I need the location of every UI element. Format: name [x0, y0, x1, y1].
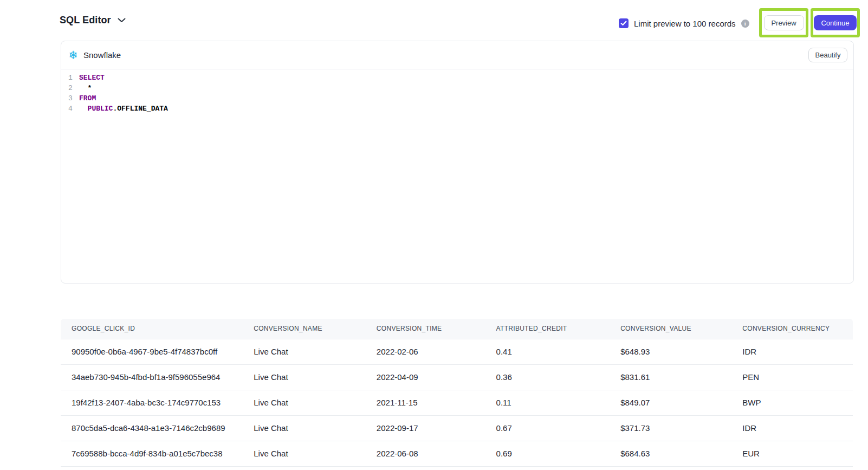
table-cell: 2022-04-09 — [366, 364, 485, 390]
code-text: PUBLIC.OFFLINE_DATA — [73, 104, 168, 114]
table-cell: 7c69588b-bcca-4d9f-834b-a01e5c7bec38 — [61, 441, 243, 466]
table-cell: 2022-02-06 — [366, 339, 485, 364]
checkmark-icon — [620, 21, 627, 26]
table-cell: PEN — [731, 364, 853, 390]
table-cell: Live Chat — [243, 415, 366, 441]
chevron-down-icon — [118, 18, 126, 23]
code-line: 2 * — [61, 83, 853, 93]
table-cell: 870c5da5-dca6-4348-a1e3-7146c2cb9689 — [61, 415, 243, 441]
table-cell: Live Chat — [243, 364, 366, 390]
table-cell: 2021-11-15 — [366, 390, 485, 415]
table-cell: Live Chat — [243, 339, 366, 364]
table-row: 870c5da5-dca6-4348-a1e3-7146c2cb9689Live… — [61, 415, 853, 441]
code-line: 3FROM — [61, 93, 853, 104]
table-cell: IDR — [731, 415, 853, 441]
code-text: SELECT — [73, 73, 105, 83]
limit-preview-label: Limit preview to 100 records — [634, 19, 736, 28]
table-row: 19f42f13-2407-4aba-bc3c-174c9770c153Live… — [61, 390, 853, 415]
column-header: ATTRIBUTED_CREDIT — [485, 319, 610, 339]
sql-code-editor[interactable]: 1SELECT2 *3FROM4 PUBLIC.OFFLINE_DATA — [61, 69, 853, 114]
table-cell: $849.07 — [610, 390, 731, 415]
table-row: 34aeb730-945b-4fbd-bf1a-9f596055e964Live… — [61, 364, 853, 390]
beautify-button[interactable]: Beautify — [808, 48, 847, 62]
preview-highlight-box: Preview — [759, 8, 808, 37]
table-cell: 0.11 — [485, 390, 610, 415]
table-cell: 2022-06-08 — [366, 441, 485, 466]
code-text: FROM — [73, 93, 96, 104]
table-cell: 0.41 — [485, 339, 610, 364]
line-number: 1 — [61, 73, 73, 83]
table-cell: 0.36 — [485, 364, 610, 390]
preview-button[interactable]: Preview — [764, 15, 804, 30]
table-cell: IDR — [731, 339, 853, 364]
continue-button[interactable]: Continue — [814, 15, 857, 30]
table-cell: 2022-09-17 — [366, 415, 485, 441]
table-cell: Live Chat — [243, 390, 366, 415]
code-text: * — [73, 83, 92, 93]
table-cell: 34aeb730-945b-4fbd-bf1a-9f596055e964 — [61, 364, 243, 390]
line-number: 4 — [61, 104, 73, 114]
table-cell: 90950f0e-0b6a-4967-9be5-4f74837bc0ff — [61, 339, 243, 364]
results-table: GOOGLE_CLICK_IDCONVERSION_NAMECONVERSION… — [61, 319, 853, 467]
code-line: 4 PUBLIC.OFFLINE_DATA — [61, 104, 853, 114]
line-number: 3 — [61, 93, 73, 104]
column-header: CONVERSION_CURRENCY — [731, 319, 853, 339]
sql-editor-dropdown[interactable]: SQL Editor — [60, 15, 126, 26]
table-cell: 0.67 — [485, 415, 610, 441]
column-header: CONVERSION_VALUE — [610, 319, 731, 339]
table-cell: BWP — [731, 390, 853, 415]
table-header-row: GOOGLE_CLICK_IDCONVERSION_NAMECONVERSION… — [61, 319, 853, 339]
code-line: 1SELECT — [61, 73, 853, 83]
column-header: GOOGLE_CLICK_ID — [61, 319, 243, 339]
limit-preview-group: Limit preview to 100 records i — [619, 18, 749, 29]
table-cell: EUR — [731, 441, 853, 466]
snowflake-icon: ❄ — [67, 49, 80, 61]
table-row: 90950f0e-0b6a-4967-9be5-4f74837bc0ffLive… — [61, 339, 853, 364]
editor-panel-header: ❄ Snowflake Beautify — [61, 41, 853, 69]
source-name: Snowflake — [83, 50, 121, 60]
column-header: CONVERSION_TIME — [366, 319, 485, 339]
continue-highlight-box: Continue — [811, 8, 860, 37]
limit-preview-checkbox[interactable] — [619, 18, 629, 28]
line-number: 2 — [61, 83, 73, 93]
table-row: 7c69588b-bcca-4d9f-834b-a01e5c7bec38Live… — [61, 441, 853, 466]
info-icon[interactable]: i — [741, 20, 749, 28]
table-cell: 19f42f13-2407-4aba-bc3c-174c9770c153 — [61, 390, 243, 415]
table-cell: Live Chat — [243, 441, 366, 466]
table-cell: $648.93 — [610, 339, 731, 364]
table-cell: $831.61 — [610, 364, 731, 390]
sql-editor-panel: ❄ Snowflake Beautify 1SELECT2 *3FROM4 PU… — [61, 41, 854, 284]
table-cell: $371.73 — [610, 415, 731, 441]
table-cell: $684.63 — [610, 441, 731, 466]
table-cell: 0.69 — [485, 441, 610, 466]
column-header: CONVERSION_NAME — [243, 319, 366, 339]
page-title: SQL Editor — [60, 15, 111, 26]
